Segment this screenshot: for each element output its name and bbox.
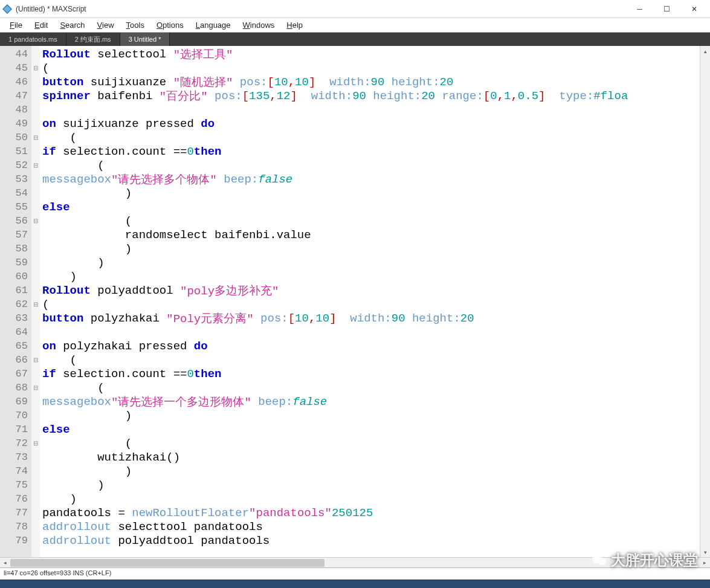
scroll-up-icon[interactable]: ▴ [700,46,710,56]
code-line[interactable]: ( [42,381,700,395]
code-line[interactable]: Rollout selecttool "选择工具" [42,47,700,61]
fold-marker[interactable] [31,172,40,186]
fold-marker[interactable] [31,367,40,381]
fold-marker[interactable] [31,47,40,61]
fold-marker[interactable]: ⊟ [31,131,40,144]
code-line[interactable] [42,325,700,339]
fold-marker[interactable]: ⊟ [31,353,40,367]
code-line[interactable]: addrollout polyaddtool pandatools [42,534,700,548]
code-line[interactable] [42,103,700,117]
fold-marker[interactable] [31,228,40,242]
scroll-left-icon[interactable]: ◂ [0,558,10,567]
line-number: 66 [0,353,31,367]
scroll-right-icon[interactable]: ▸ [700,558,710,567]
fold-marker[interactable]: ⊟ [31,214,40,228]
menu-tools[interactable]: Tools [120,19,150,31]
code-line[interactable]: spinner baifenbi "百分比" pos:[135,12] widt… [42,89,700,103]
code-line[interactable]: ) [42,242,700,256]
code-line[interactable]: Rollout polyaddtool "poly多边形补充" [42,283,700,297]
fold-marker[interactable]: ⊟ [31,381,40,395]
code-line[interactable]: pandatools = newRolloutFloater "pandatoo… [42,506,700,520]
fold-marker[interactable] [31,103,40,117]
fold-marker[interactable] [31,339,40,353]
code-line[interactable]: randomselect baifenbi.value [42,228,700,242]
fold-marker[interactable] [31,395,40,409]
code-line[interactable]: if selection.count ==0 then [42,367,700,381]
fold-marker[interactable] [31,534,40,548]
code-line[interactable]: ( [42,436,700,450]
code-line[interactable]: wutizhakai() [42,450,700,464]
code-line[interactable]: ) [42,256,700,270]
scroll-down-icon[interactable]: ▾ [700,547,710,557]
fold-marker[interactable] [31,422,40,436]
tab-pandatools[interactable]: 1 pandatools.ms [0,33,66,46]
code-line[interactable]: else [42,200,700,214]
maximize-button[interactable]: ☐ [653,1,680,18]
fold-marker[interactable] [31,89,40,103]
menu-search[interactable]: Search [54,19,91,31]
fold-marker[interactable]: ⊟ [31,158,40,172]
code-line[interactable]: ) [42,409,700,422]
code-line[interactable]: ( [42,353,700,367]
fold-marker[interactable] [31,311,40,325]
code-line[interactable]: on suijixuanze pressed do [42,117,700,131]
code-line[interactable]: button polyzhakai "Poly元素分离" pos:[10,10]… [42,311,700,325]
fold-marker[interactable] [31,478,40,492]
code-line[interactable]: ) [42,186,700,200]
fold-marker[interactable] [31,283,40,297]
fold-marker[interactable]: ⊟ [31,297,40,311]
code-line[interactable]: ( [42,131,700,144]
menu-file[interactable]: File [4,19,28,31]
menu-windows[interactable]: Windows [237,19,281,31]
fold-marker[interactable] [31,186,40,200]
fold-marker[interactable] [31,325,40,339]
fold-marker[interactable] [31,492,40,506]
fold-marker[interactable] [31,75,40,89]
code-line[interactable]: else [42,422,700,436]
code-line[interactable]: ( [42,297,700,311]
scroll-thumb[interactable] [10,559,324,567]
code-line[interactable]: messagebox "请先选择多个物体" beep:false [42,172,700,186]
fold-marker[interactable] [31,464,40,478]
code-line[interactable]: ) [42,270,700,283]
fold-marker[interactable] [31,520,40,534]
code-line[interactable]: ) [42,492,700,506]
line-number: 74 [0,464,31,478]
code-line[interactable]: ( [42,158,700,172]
menu-view[interactable]: View [91,19,120,31]
code-line[interactable]: ( [42,214,700,228]
menu-help[interactable]: Help [280,19,309,31]
tab-yueshu[interactable]: 2 约束面.ms [66,33,120,46]
minimize-button[interactable]: ─ [626,1,653,18]
line-number: 58 [0,242,31,256]
close-button[interactable]: ✕ [680,1,708,18]
fold-marker[interactable] [31,270,40,283]
code-line[interactable]: if selection.count ==0 then [42,144,700,158]
code-line[interactable]: on polyzhakai pressed do [42,339,700,353]
horizontal-scrollbar[interactable]: ◂ ▸ [0,557,710,567]
code-line[interactable]: ( [42,61,700,75]
fold-marker[interactable] [31,450,40,464]
menu-edit[interactable]: Edit [28,19,54,31]
fold-marker[interactable] [31,117,40,131]
scroll-track[interactable] [10,558,700,567]
fold-marker[interactable] [31,409,40,422]
fold-marker[interactable]: ⊟ [31,61,40,75]
fold-marker[interactable] [31,506,40,520]
fold-marker[interactable] [31,242,40,256]
fold-marker[interactable] [31,256,40,270]
menu-language[interactable]: Language [190,19,237,31]
fold-marker[interactable] [31,144,40,158]
fold-marker[interactable]: ⊟ [31,436,40,450]
menu-options[interactable]: Options [150,19,190,31]
code-area[interactable]: Rollout selecttool "选择工具"( button suijix… [40,46,700,557]
code-line[interactable]: messagebox "请先选择一个多边形物体" beep:false [42,395,700,409]
code-line[interactable]: addrollout selecttool pandatools [42,520,700,534]
code-line[interactable]: button suijixuanze "随机选择" pos:[10,10] wi… [42,75,700,89]
fold-marker[interactable] [31,200,40,214]
line-number: 71 [0,422,31,436]
tab-untitled[interactable]: 3 Untitled * [120,33,170,46]
code-line[interactable]: ) [42,478,700,492]
code-line[interactable]: ) [42,464,700,478]
vertical-scrollbar[interactable]: ▴ ▾ [700,46,710,557]
